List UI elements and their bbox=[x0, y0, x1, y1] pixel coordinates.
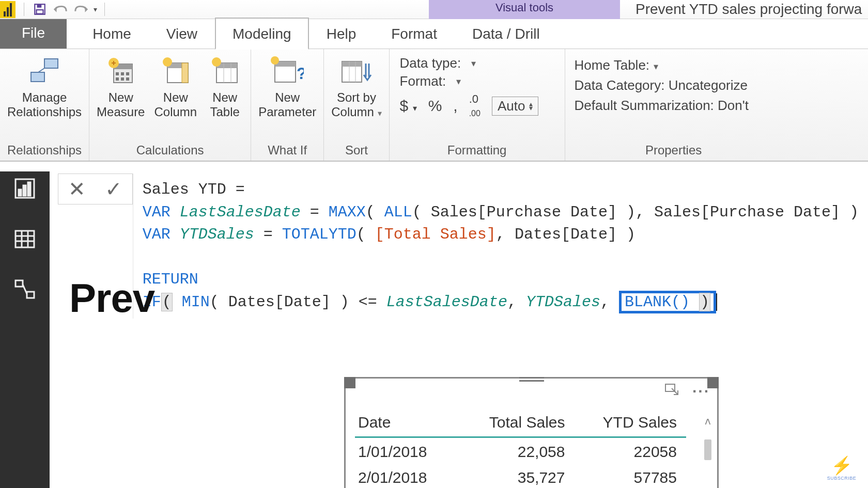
separator bbox=[104, 3, 105, 16]
resize-handle-tl[interactable] bbox=[344, 377, 355, 388]
svg-rect-36 bbox=[16, 231, 34, 247]
scroll-thumb[interactable] bbox=[704, 439, 711, 460]
drag-handle[interactable] bbox=[519, 377, 544, 382]
group-label: Calculations bbox=[136, 140, 204, 159]
label: New Parameter bbox=[258, 90, 316, 119]
group-label: Formatting bbox=[447, 140, 507, 159]
ribbon: Manage Relationships Relationships New M… bbox=[0, 49, 868, 162]
svg-point-18 bbox=[163, 57, 172, 67]
focus-mode-icon[interactable] bbox=[664, 383, 680, 400]
svg-rect-29 bbox=[342, 61, 362, 67]
svg-rect-17 bbox=[182, 63, 188, 83]
report-view-button[interactable] bbox=[11, 175, 39, 202]
data-category-dropdown[interactable]: Data Category: Uncategorize bbox=[575, 77, 773, 93]
new-measure-button[interactable]: New Measure bbox=[97, 52, 145, 119]
document-title: Prevent YTD sales projecting forwa bbox=[636, 1, 862, 18]
bolt-icon: ⚡ bbox=[831, 455, 853, 476]
label: New Column bbox=[154, 90, 197, 119]
svg-rect-10 bbox=[121, 72, 124, 75]
svg-rect-14 bbox=[126, 77, 129, 81]
svg-rect-13 bbox=[121, 77, 124, 81]
svg-rect-35 bbox=[28, 182, 30, 196]
svg-rect-42 bbox=[27, 292, 34, 298]
formula-commit-button[interactable]: ✓ bbox=[105, 177, 122, 201]
subscribe-watermark: ⚡ SUBSCRIBE bbox=[830, 455, 854, 479]
scrollbar[interactable]: ʌ bbox=[702, 415, 714, 488]
undo-button[interactable] bbox=[50, 1, 71, 18]
new-table-button[interactable]: New Table bbox=[206, 52, 243, 119]
manage-relationships-button[interactable]: Manage Relationships bbox=[7, 52, 82, 119]
column-header[interactable]: YTD Sales bbox=[574, 410, 686, 437]
new-parameter-button[interactable]: ? New Parameter bbox=[258, 52, 316, 119]
data-type-dropdown[interactable]: Data type:▾ bbox=[400, 55, 554, 71]
redo-button[interactable] bbox=[71, 1, 91, 18]
group-label: What If bbox=[268, 140, 307, 159]
table-visual[interactable]: ··· Date Total Sales YTD Sales 1/01/2018… bbox=[344, 377, 719, 488]
tab-home[interactable]: Home bbox=[75, 18, 149, 49]
ribbon-group-whatif: ? New Parameter What If bbox=[251, 49, 324, 161]
svg-rect-2 bbox=[37, 10, 43, 14]
tab-file[interactable]: File bbox=[0, 17, 67, 49]
sort-by-column-button[interactable]: Sort by Column ▾ bbox=[331, 52, 381, 119]
qat-dropdown[interactable]: ▾ bbox=[91, 5, 99, 13]
decimal-button[interactable]: .0.00 bbox=[469, 92, 481, 119]
svg-rect-41 bbox=[16, 280, 23, 287]
app-icon bbox=[0, 1, 16, 18]
tab-modeling[interactable]: Modeling bbox=[215, 18, 309, 50]
ribbon-group-calculations: New Measure New Column New Table Calcula… bbox=[89, 49, 251, 161]
column-header[interactable]: Total Sales bbox=[460, 410, 575, 437]
group-label: Relationships bbox=[7, 140, 82, 159]
ribbon-group-sort: Sort by Column ▾ Sort bbox=[324, 49, 389, 161]
tab-view[interactable]: View bbox=[149, 18, 215, 49]
table-row: 1/01/2018 22,058 22058 bbox=[355, 437, 686, 464]
tab-help[interactable]: Help bbox=[309, 18, 374, 49]
svg-rect-12 bbox=[116, 77, 119, 81]
svg-point-23 bbox=[212, 57, 221, 67]
svg-rect-34 bbox=[23, 185, 26, 196]
table-row: 2/01/2018 35,727 57785 bbox=[355, 464, 686, 488]
formula-editor[interactable]: Sales YTD = VAR LastSalesDate = MAXX( AL… bbox=[133, 174, 868, 319]
ribbon-group-properties: Home Table:▾ Data Category: Uncategorize… bbox=[565, 49, 782, 161]
default-summarization-dropdown[interactable]: Default Summarization: Don't bbox=[575, 98, 773, 114]
svg-rect-1 bbox=[37, 4, 42, 8]
svg-text:?: ? bbox=[297, 64, 304, 83]
ribbon-group-relationships: Manage Relationships Relationships bbox=[0, 49, 89, 161]
ribbon-group-formatting: Data type:▾ Format:▾ $ ▾ % , .0.00 Auto▴… bbox=[390, 49, 565, 161]
label: Manage Relationships bbox=[7, 90, 82, 119]
home-table-dropdown[interactable]: Home Table:▾ bbox=[575, 57, 773, 73]
report-canvas: ✕ ✓ Sales YTD = VAR LastSalesDate = MAXX… bbox=[50, 171, 868, 488]
formula-bar: ✕ ✓ Sales YTD = VAR LastSalesDate = MAXX… bbox=[58, 174, 868, 319]
svg-line-43 bbox=[23, 285, 27, 294]
group-label: Properties bbox=[645, 140, 702, 159]
label: New Measure bbox=[97, 90, 145, 119]
tab-data-drill[interactable]: Data / Drill bbox=[455, 18, 557, 49]
thousands-button[interactable]: , bbox=[453, 97, 457, 115]
group-label: Sort bbox=[345, 140, 368, 159]
svg-rect-3 bbox=[44, 59, 58, 68]
label: New Table bbox=[210, 90, 239, 119]
format-dropdown[interactable]: Format:▾ bbox=[400, 73, 554, 89]
save-button[interactable] bbox=[29, 1, 50, 18]
view-rail bbox=[0, 171, 50, 488]
decimal-places-input[interactable]: Auto▴▾ bbox=[492, 97, 539, 116]
more-options-icon[interactable]: ··· bbox=[692, 383, 710, 400]
svg-line-5 bbox=[38, 68, 44, 72]
column-header[interactable]: Date bbox=[355, 410, 460, 437]
label: Sort by Column ▾ bbox=[331, 90, 381, 119]
svg-rect-4 bbox=[31, 72, 44, 82]
contextual-tab-visual-tools: Visual tools bbox=[429, 0, 620, 19]
svg-rect-33 bbox=[19, 190, 21, 196]
model-view-button[interactable] bbox=[11, 276, 39, 304]
data-view-button[interactable] bbox=[11, 225, 39, 253]
new-column-button[interactable]: New Column bbox=[154, 52, 197, 119]
svg-point-26 bbox=[271, 56, 279, 65]
formula-cancel-button[interactable]: ✕ bbox=[68, 177, 86, 201]
currency-button[interactable]: $ ▾ bbox=[400, 97, 417, 115]
table-content: Date Total Sales YTD Sales 1/01/2018 22,… bbox=[355, 410, 686, 488]
svg-rect-11 bbox=[126, 72, 129, 75]
percent-button[interactable]: % bbox=[428, 97, 442, 115]
quick-access-toolbar: ▾ Visual tools Prevent YTD sales project… bbox=[0, 0, 868, 19]
ribbon-tabs: File Home View Modeling Help Format Data… bbox=[0, 19, 868, 49]
separator bbox=[24, 3, 24, 16]
tab-format[interactable]: Format bbox=[374, 18, 455, 49]
